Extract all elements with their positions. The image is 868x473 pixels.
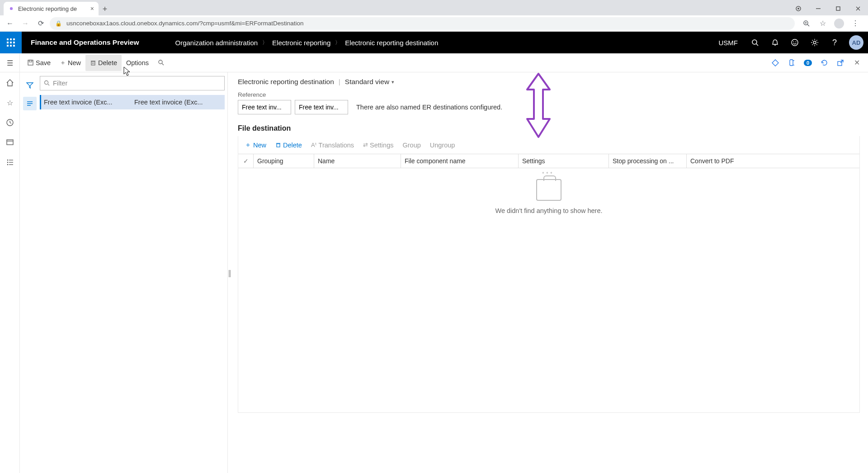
notification-badge-icon[interactable]: 0 [800, 55, 816, 71]
filter-toggle-button[interactable] [23, 79, 37, 92]
view-name-label: Standard view [345, 78, 389, 86]
list-row[interactable]: Free text invoice (Exc... Free text invo… [40, 95, 225, 109]
splitter-handle[interactable]: ‖ [228, 72, 231, 473]
col-settings[interactable]: Settings [519, 154, 609, 168]
breadcrumb-item[interactable]: Electronic reporting destination [345, 39, 438, 47]
help-icon[interactable]: ? [825, 32, 844, 53]
col-file-component[interactable]: File component name [401, 154, 519, 168]
zoom-icon[interactable] [800, 17, 813, 30]
menu-icon[interactable]: ⋮ [849, 17, 862, 30]
view-selector[interactable]: Standard view ▾ [345, 78, 394, 86]
new-button[interactable]: ＋ New [55, 55, 85, 71]
grid-ungroup-button[interactable]: Ungroup [426, 139, 459, 151]
svg-point-34 [7, 162, 8, 163]
filter-input[interactable]: Filter [40, 76, 225, 90]
attachment-icon[interactable] [784, 55, 799, 71]
svg-line-42 [48, 84, 49, 85]
browser-tab[interactable]: Electronic reporting de × [4, 2, 99, 15]
svg-rect-30 [7, 140, 13, 145]
grid-translations-button[interactable]: Aᵗ Translations [307, 139, 358, 151]
plus-icon: ＋ [245, 141, 251, 149]
list-cell-2: Free text invoice (Exc... [134, 99, 225, 106]
close-window-icon[interactable] [848, 2, 868, 15]
workspaces-icon[interactable] [4, 137, 16, 148]
new-tab-button[interactable]: + [99, 3, 111, 15]
grid-settings-label: Settings [370, 142, 393, 149]
svg-rect-25 [790, 60, 793, 66]
forward-button[interactable]: → [19, 17, 32, 30]
col-stop[interactable]: Stop processing on ... [609, 154, 687, 168]
save-button[interactable]: Save [23, 55, 55, 71]
user-avatar[interactable]: AD [849, 35, 863, 50]
col-pdf[interactable]: Convert to PDF [687, 154, 764, 168]
svg-rect-3 [836, 7, 840, 10]
grid-delete-label: Delete [283, 142, 302, 149]
recent-icon[interactable] [4, 117, 16, 128]
svg-point-15 [796, 42, 797, 43]
home-icon[interactable] [4, 77, 16, 89]
search-action-button[interactable] [153, 55, 169, 71]
reference-field-1[interactable]: Free text inv... [238, 100, 291, 114]
svg-point-36 [7, 164, 8, 166]
action-pane: ☰ Save ＋ New Delete Options 0 ✕ [0, 53, 868, 72]
search-icon[interactable] [745, 32, 765, 53]
grid-group-button[interactable]: Group [399, 139, 424, 151]
chevron-right-icon: 〉 [262, 39, 268, 47]
record-icon[interactable] [788, 2, 808, 15]
smiley-icon[interactable] [785, 32, 805, 53]
bell-icon[interactable] [765, 32, 785, 53]
svg-point-23 [159, 60, 162, 64]
options-label: Options [126, 59, 149, 66]
maximize-icon[interactable] [828, 2, 848, 15]
col-grouping[interactable]: Grouping [254, 154, 314, 168]
empty-box-icon [536, 179, 561, 201]
reload-button[interactable]: ⟳ [34, 17, 47, 30]
profile-icon[interactable] [833, 17, 845, 30]
gear-icon[interactable] [805, 32, 825, 53]
reference-group: Reference Free text inv... Free text inv… [238, 91, 860, 114]
browser-address-bar: ← → ⟳ 🔒 usnconeboxax1aos.cloud.onebox.dy… [0, 15, 868, 32]
options-button[interactable]: Options [122, 55, 153, 71]
left-nav-rail: ☆ [0, 72, 20, 473]
breadcrumb-item[interactable]: Electronic reporting [272, 39, 330, 47]
breadcrumb-item[interactable]: Organization administration [175, 39, 258, 47]
related-documents-icon[interactable] [768, 55, 783, 71]
waffle-icon [7, 38, 15, 47]
popout-icon[interactable] [833, 55, 848, 71]
nav-toggle-button[interactable]: ☰ [0, 53, 20, 72]
delete-label: Delete [98, 59, 117, 66]
grid-translations-label: Translations [319, 142, 354, 149]
close-page-button[interactable]: ✕ [849, 55, 864, 71]
back-button[interactable]: ← [4, 17, 16, 30]
svg-point-41 [45, 81, 48, 85]
browser-tab-strip: Electronic reporting de × + [0, 0, 868, 15]
star-rail-icon[interactable]: ☆ [4, 97, 16, 109]
d365-top-bar: Finance and Operations Preview Organizat… [0, 32, 868, 53]
list-toggle-button[interactable] [23, 97, 37, 110]
svg-point-14 [793, 42, 794, 43]
delete-button[interactable]: Delete [85, 55, 122, 71]
empty-text: We didn't find anything to show here. [495, 207, 602, 214]
minimize-icon[interactable] [808, 2, 828, 15]
reference-field-2[interactable]: Free text inv... [295, 100, 348, 114]
grid-select-all[interactable]: ✓ [238, 154, 254, 168]
tab-close-icon[interactable]: × [90, 5, 94, 12]
svg-point-16 [813, 41, 816, 44]
badge-count: 0 [804, 60, 812, 66]
svg-point-32 [7, 160, 8, 161]
col-name[interactable]: Name [314, 154, 401, 168]
company-picker[interactable]: USMF [712, 39, 745, 47]
grid-settings-button[interactable]: ⇄ Settings [359, 139, 397, 151]
annotation-arrow [518, 72, 559, 139]
url-text: usnconeboxax1aos.cloud.onebox.dynamics.c… [66, 20, 304, 27]
url-field[interactable]: 🔒 usnconeboxax1aos.cloud.onebox.dynamics… [50, 17, 795, 30]
refresh-icon[interactable] [816, 55, 832, 71]
waffle-button[interactable] [0, 32, 22, 53]
settings-icon: ⇄ [363, 142, 368, 148]
grid-delete-button[interactable]: Delete [272, 139, 306, 151]
grid-new-label: New [253, 142, 266, 149]
modules-icon[interactable] [4, 156, 16, 168]
tab-title: Electronic reporting de [18, 5, 77, 12]
grid-new-button[interactable]: ＋ New [241, 139, 270, 151]
star-icon[interactable]: ☆ [816, 17, 829, 30]
